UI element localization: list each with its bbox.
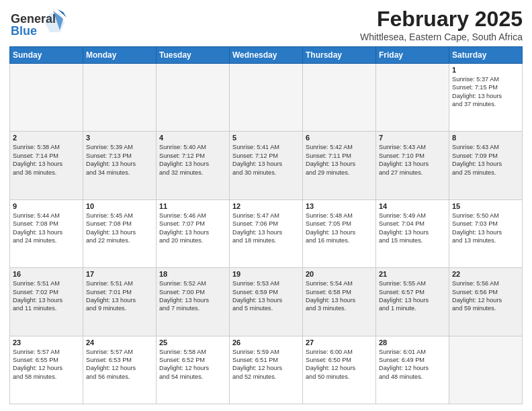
day-info: Sunrise: 5:49 AM Sunset: 7:04 PM Dayligh… — [379, 212, 446, 245]
day-number: 17 — [86, 270, 153, 278]
day-number: 14 — [379, 202, 446, 210]
calendar-cell — [157, 64, 230, 132]
day-number: 9 — [13, 202, 80, 210]
day-number: 7 — [379, 134, 446, 142]
day-info: Sunrise: 5:51 AM Sunset: 7:02 PM Dayligh… — [13, 279, 80, 313]
calendar-cell: 14Sunrise: 5:49 AM Sunset: 7:04 PM Dayli… — [376, 199, 449, 267]
weekday-header-tuesday: Tuesday — [157, 47, 230, 64]
day-info: Sunrise: 5:56 AM Sunset: 6:56 PM Dayligh… — [452, 279, 519, 313]
calendar-cell: 12Sunrise: 5:47 AM Sunset: 7:06 PM Dayli… — [230, 199, 303, 267]
day-info: Sunrise: 5:43 AM Sunset: 7:09 PM Dayligh… — [452, 143, 519, 177]
calendar-cell: 4Sunrise: 5:40 AM Sunset: 7:12 PM Daylig… — [157, 132, 230, 199]
title-block: February 2025 Whittlesea, Eastern Cape, … — [360, 7, 523, 42]
calendar-cell: 7Sunrise: 5:43 AM Sunset: 7:10 PM Daylig… — [376, 132, 449, 199]
svg-text:Blue: Blue — [11, 24, 37, 38]
day-info: Sunrise: 5:37 AM Sunset: 7:15 PM Dayligh… — [452, 75, 519, 109]
calendar-cell: 1Sunrise: 5:37 AM Sunset: 7:15 PM Daylig… — [449, 64, 523, 132]
day-number: 5 — [232, 134, 300, 142]
day-number: 22 — [452, 270, 519, 278]
day-info: Sunrise: 5:38 AM Sunset: 7:14 PM Dayligh… — [13, 143, 80, 177]
day-number: 24 — [86, 338, 153, 347]
calendar-cell: 10Sunrise: 5:45 AM Sunset: 7:08 PM Dayli… — [83, 199, 157, 267]
week-row-2: 2Sunrise: 5:38 AM Sunset: 7:14 PM Daylig… — [10, 132, 523, 199]
day-number: 26 — [232, 338, 300, 347]
month-title: February 2025 — [360, 7, 523, 32]
day-info: Sunrise: 5:45 AM Sunset: 7:08 PM Dayligh… — [86, 212, 153, 245]
day-number: 21 — [379, 270, 446, 278]
logo: General Blue — [9, 7, 70, 40]
week-row-4: 16Sunrise: 5:51 AM Sunset: 7:02 PM Dayli… — [10, 268, 523, 336]
day-number: 23 — [13, 338, 80, 347]
weekday-header-sunday: Sunday — [10, 47, 83, 64]
day-number: 10 — [86, 202, 153, 210]
day-info: Sunrise: 5:46 AM Sunset: 7:07 PM Dayligh… — [159, 212, 226, 245]
day-number: 12 — [232, 202, 300, 210]
day-number: 3 — [86, 134, 153, 142]
calendar-cell: 2Sunrise: 5:38 AM Sunset: 7:14 PM Daylig… — [10, 132, 83, 199]
calendar-cell — [449, 336, 523, 404]
day-info: Sunrise: 5:47 AM Sunset: 7:06 PM Dayligh… — [232, 212, 300, 245]
calendar-cell: 18Sunrise: 5:52 AM Sunset: 7:00 PM Dayli… — [157, 268, 230, 336]
day-info: Sunrise: 5:57 AM Sunset: 6:55 PM Dayligh… — [13, 348, 80, 381]
week-row-1: 1Sunrise: 5:37 AM Sunset: 7:15 PM Daylig… — [10, 64, 523, 132]
calendar-table: SundayMondayTuesdayWednesdayThursdayFrid… — [9, 46, 523, 404]
calendar-cell: 21Sunrise: 5:55 AM Sunset: 6:57 PM Dayli… — [376, 268, 449, 336]
weekday-header-saturday: Saturday — [449, 47, 523, 64]
day-number: 8 — [452, 134, 519, 142]
day-info: Sunrise: 5:51 AM Sunset: 7:01 PM Dayligh… — [86, 279, 153, 313]
day-info: Sunrise: 5:39 AM Sunset: 7:13 PM Dayligh… — [86, 143, 153, 177]
calendar-cell: 3Sunrise: 5:39 AM Sunset: 7:13 PM Daylig… — [83, 132, 157, 199]
day-number: 15 — [452, 202, 519, 210]
calendar-cell: 25Sunrise: 5:58 AM Sunset: 6:52 PM Dayli… — [157, 336, 230, 404]
day-info: Sunrise: 6:01 AM Sunset: 6:49 PM Dayligh… — [379, 348, 446, 381]
day-info: Sunrise: 5:50 AM Sunset: 7:03 PM Dayligh… — [452, 212, 519, 245]
day-number: 16 — [13, 270, 80, 278]
calendar-cell — [376, 64, 449, 132]
weekday-header-row: SundayMondayTuesdayWednesdayThursdayFrid… — [10, 47, 523, 64]
day-number: 6 — [306, 134, 373, 142]
calendar-cell: 11Sunrise: 5:46 AM Sunset: 7:07 PM Dayli… — [157, 199, 230, 267]
day-info: Sunrise: 5:44 AM Sunset: 7:08 PM Dayligh… — [13, 212, 80, 245]
day-number: 11 — [159, 202, 226, 210]
day-info: Sunrise: 5:48 AM Sunset: 7:05 PM Dayligh… — [306, 212, 373, 245]
day-info: Sunrise: 5:59 AM Sunset: 6:51 PM Dayligh… — [232, 348, 300, 381]
weekday-header-wednesday: Wednesday — [230, 47, 303, 64]
calendar-cell: 5Sunrise: 5:41 AM Sunset: 7:12 PM Daylig… — [230, 132, 303, 199]
week-row-5: 23Sunrise: 5:57 AM Sunset: 6:55 PM Dayli… — [10, 336, 523, 404]
calendar-cell: 23Sunrise: 5:57 AM Sunset: 6:55 PM Dayli… — [10, 336, 83, 404]
day-info: Sunrise: 5:55 AM Sunset: 6:57 PM Dayligh… — [379, 279, 446, 313]
day-info: Sunrise: 5:57 AM Sunset: 6:53 PM Dayligh… — [86, 348, 153, 381]
calendar-cell: 22Sunrise: 5:56 AM Sunset: 6:56 PM Dayli… — [449, 268, 523, 336]
calendar-cell — [83, 64, 157, 132]
day-number: 25 — [159, 338, 226, 347]
calendar-cell: 13Sunrise: 5:48 AM Sunset: 7:05 PM Dayli… — [303, 199, 376, 267]
day-info: Sunrise: 5:42 AM Sunset: 7:11 PM Dayligh… — [306, 143, 373, 177]
day-number: 19 — [232, 270, 300, 278]
day-number: 27 — [306, 338, 373, 347]
weekday-header-monday: Monday — [83, 47, 157, 64]
week-row-3: 9Sunrise: 5:44 AM Sunset: 7:08 PM Daylig… — [10, 199, 523, 267]
calendar-cell: 19Sunrise: 5:53 AM Sunset: 6:59 PM Dayli… — [230, 268, 303, 336]
calendar-cell: 17Sunrise: 5:51 AM Sunset: 7:01 PM Dayli… — [83, 268, 157, 336]
weekday-header-friday: Friday — [376, 47, 449, 64]
calendar-cell: 8Sunrise: 5:43 AM Sunset: 7:09 PM Daylig… — [449, 132, 523, 199]
day-info: Sunrise: 5:41 AM Sunset: 7:12 PM Dayligh… — [232, 143, 300, 177]
calendar-cell: 9Sunrise: 5:44 AM Sunset: 7:08 PM Daylig… — [10, 199, 83, 267]
location: Whittlesea, Eastern Cape, South Africa — [360, 32, 523, 42]
day-info: Sunrise: 5:43 AM Sunset: 7:10 PM Dayligh… — [379, 143, 446, 177]
calendar-cell: 27Sunrise: 6:00 AM Sunset: 6:50 PM Dayli… — [303, 336, 376, 404]
calendar-cell: 16Sunrise: 5:51 AM Sunset: 7:02 PM Dayli… — [10, 268, 83, 336]
day-info: Sunrise: 5:40 AM Sunset: 7:12 PM Dayligh… — [159, 143, 226, 177]
calendar-cell — [230, 64, 303, 132]
calendar-cell: 26Sunrise: 5:59 AM Sunset: 6:51 PM Dayli… — [230, 336, 303, 404]
day-number: 13 — [306, 202, 373, 210]
day-number: 2 — [13, 134, 80, 142]
weekday-header-thursday: Thursday — [303, 47, 376, 64]
day-info: Sunrise: 5:53 AM Sunset: 6:59 PM Dayligh… — [232, 279, 300, 313]
calendar-cell: 20Sunrise: 5:54 AM Sunset: 6:58 PM Dayli… — [303, 268, 376, 336]
day-number: 28 — [379, 338, 446, 347]
logo-svg: General Blue — [9, 7, 70, 40]
page: General Blue February 2025 Whittlesea, E… — [0, 0, 532, 411]
day-number: 4 — [159, 134, 226, 142]
calendar-cell — [10, 64, 83, 132]
